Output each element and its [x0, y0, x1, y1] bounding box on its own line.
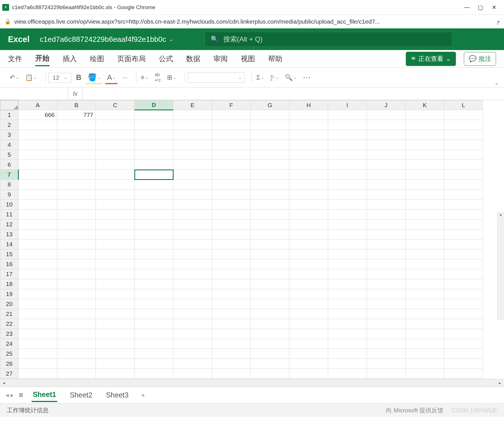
cell-F21[interactable]	[212, 309, 251, 319]
cell-L2[interactable]	[444, 120, 483, 130]
cell-H11[interactable]	[289, 210, 328, 220]
cell-K4[interactable]	[406, 140, 444, 150]
column-header-E[interactable]: E	[173, 100, 212, 110]
scroll-left-icon[interactable]: ◂	[0, 380, 8, 386]
cell-J6[interactable]	[367, 160, 406, 170]
cell-D19[interactable]	[135, 289, 173, 299]
cell-G27[interactable]	[251, 369, 289, 379]
search-box[interactable]: 🔍 搜索(Alt + Q)	[205, 32, 452, 47]
cell-B21[interactable]	[57, 309, 96, 319]
cell-E25[interactable]	[173, 349, 212, 359]
workbook-stats[interactable]: 工作簿统计信息	[7, 406, 386, 414]
cell-I15[interactable]	[328, 249, 367, 259]
cell-E13[interactable]	[173, 229, 212, 239]
cell-C21[interactable]	[96, 309, 135, 319]
cell-I26[interactable]	[328, 359, 367, 369]
cell-F3[interactable]	[212, 130, 251, 140]
cell-C7[interactable]	[96, 170, 135, 180]
cell-E23[interactable]	[173, 329, 212, 339]
cell-I25[interactable]	[328, 349, 367, 359]
select-all-corner[interactable]	[0, 100, 18, 110]
cell-L20[interactable]	[444, 299, 483, 309]
row-header-12[interactable]: 12	[0, 220, 18, 229]
sheet-tab-3[interactable]: Sheet3	[105, 389, 129, 401]
cell-H16[interactable]	[289, 259, 328, 269]
cell-H24[interactable]	[289, 339, 328, 349]
cell-L1[interactable]	[444, 110, 483, 120]
cell-B17[interactable]	[57, 269, 96, 279]
sheet-tab-1[interactable]: Sheet1	[32, 388, 57, 402]
cell-E24[interactable]	[173, 339, 212, 349]
cell-F25[interactable]	[212, 349, 251, 359]
cell-C2[interactable]	[96, 120, 135, 130]
cell-E19[interactable]	[173, 289, 212, 299]
cell-A6[interactable]	[18, 160, 57, 170]
cell-D14[interactable]	[135, 239, 173, 249]
row-header-6[interactable]: 6	[0, 160, 18, 170]
cell-J18[interactable]	[367, 279, 406, 289]
comments-button[interactable]: 💬 批注	[464, 52, 496, 66]
row-header-17[interactable]: 17	[0, 269, 18, 279]
cell-D5[interactable]	[135, 150, 173, 160]
cell-C24[interactable]	[96, 339, 135, 349]
cell-H9[interactable]	[289, 190, 328, 200]
tab-insert[interactable]: 插入	[63, 52, 77, 66]
cell-F7[interactable]	[212, 170, 251, 180]
column-header-K[interactable]: K	[406, 100, 444, 110]
cell-F12[interactable]	[212, 220, 251, 229]
cell-L7[interactable]	[444, 170, 483, 180]
row-header-3[interactable]: 3	[0, 130, 18, 140]
cell-K13[interactable]	[406, 229, 444, 239]
cell-C19[interactable]	[96, 289, 135, 299]
cell-F26[interactable]	[212, 359, 251, 369]
cell-E18[interactable]	[173, 279, 212, 289]
column-header-B[interactable]: B	[57, 100, 96, 110]
cell-E9[interactable]	[173, 190, 212, 200]
cell-C14[interactable]	[96, 239, 135, 249]
cell-E4[interactable]	[173, 140, 212, 150]
cell-D20[interactable]	[135, 299, 173, 309]
cell-F22[interactable]	[212, 319, 251, 329]
cell-E3[interactable]	[173, 130, 212, 140]
find-button[interactable]: 🔍⌄	[283, 73, 298, 82]
sheet-nav-arrows[interactable]: ◂▸	[6, 392, 14, 399]
cell-K23[interactable]	[406, 329, 444, 339]
cell-A2[interactable]	[18, 120, 57, 130]
cell-F19[interactable]	[212, 289, 251, 299]
cell-C10[interactable]	[96, 200, 135, 210]
cell-I17[interactable]	[328, 269, 367, 279]
cell-A7[interactable]	[18, 170, 57, 180]
viewing-mode-button[interactable]: 👁 正在查看 ⌄	[406, 52, 456, 66]
cell-F20[interactable]	[212, 299, 251, 309]
cell-H10[interactable]	[289, 200, 328, 210]
address-bar[interactable]: 🔒 view.officeapps.live.com/op/view.aspx?…	[0, 15, 504, 28]
cell-L10[interactable]	[444, 200, 483, 210]
tab-formulas[interactable]: 公式	[159, 52, 173, 66]
cell-E6[interactable]	[173, 160, 212, 170]
cell-G22[interactable]	[251, 319, 289, 329]
cell-B10[interactable]	[57, 200, 96, 210]
cell-H20[interactable]	[289, 299, 328, 309]
maximize-button[interactable]: ▢	[478, 4, 483, 11]
cell-D23[interactable]	[135, 329, 173, 339]
row-header-16[interactable]: 16	[0, 259, 18, 269]
cell-J4[interactable]	[367, 140, 406, 150]
cell-H21[interactable]	[289, 309, 328, 319]
column-header-G[interactable]: G	[251, 100, 289, 110]
cell-E17[interactable]	[173, 269, 212, 279]
cell-E2[interactable]	[173, 120, 212, 130]
tab-help[interactable]: 帮助	[268, 52, 282, 66]
cell-B11[interactable]	[57, 210, 96, 220]
cell-B6[interactable]	[57, 160, 96, 170]
cell-F4[interactable]	[212, 140, 251, 150]
row-header-24[interactable]: 24	[0, 339, 18, 349]
cell-G5[interactable]	[251, 150, 289, 160]
row-header-15[interactable]: 15	[0, 249, 18, 259]
cell-B4[interactable]	[57, 140, 96, 150]
cell-H19[interactable]	[289, 289, 328, 299]
cell-D22[interactable]	[135, 319, 173, 329]
cell-C25[interactable]	[96, 349, 135, 359]
cell-I12[interactable]	[328, 220, 367, 229]
cell-F15[interactable]	[212, 249, 251, 259]
cell-F16[interactable]	[212, 259, 251, 269]
